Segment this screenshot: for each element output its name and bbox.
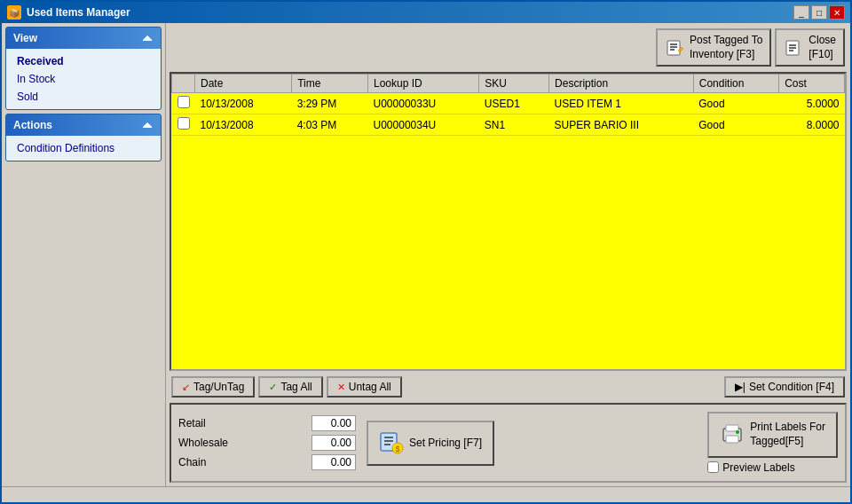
main-content: View ⏶ Received In Stock Sold [2, 23, 850, 486]
row-checkbox-cell[interactable] [172, 93, 195, 114]
actions-collapse-icon: ⏶ [141, 118, 154, 132]
print-icon [720, 421, 745, 449]
toolbar: Post Tagged ToInventory [F3] Close[F10] [170, 27, 847, 68]
col-sku: SKU [479, 75, 549, 93]
row-cost: 5.0000 [779, 93, 845, 114]
col-description: Description [549, 75, 694, 93]
items-table-container: Date Time Lookup ID SKU Description Cond… [170, 72, 847, 371]
row-condition: Good [693, 114, 778, 136]
row-time: 3:29 PM [292, 93, 368, 114]
view-collapse-icon: ⏶ [141, 31, 154, 45]
row-checkbox-cell[interactable] [172, 114, 195, 136]
title-bar-left: 📦 Used Items Manager [7, 5, 130, 20]
window-title: Used Items Manager [27, 6, 130, 19]
set-pricing-button[interactable]: $ Set Pricing [F7] [367, 421, 494, 466]
tag-untag-label: Tag/UnTag [193, 381, 244, 393]
set-condition-arrow-icon: ▶| [735, 381, 746, 393]
sidebar: View ⏶ Received In Stock Sold [2, 23, 166, 486]
table-row: 10/13/2008 3:29 PM U00000033U USED1 USED… [172, 93, 845, 114]
chain-value: 0.00 [312, 454, 356, 470]
right-content: Post Tagged ToInventory [F3] Close[F10] [166, 23, 850, 486]
sidebar-actions-section: Actions ⏶ Condition Definitions [5, 114, 162, 161]
sidebar-actions-header[interactable]: Actions ⏶ [6, 114, 161, 136]
set-condition-button[interactable]: ▶| Set Condition [F4] [724, 376, 845, 398]
svg-point-17 [736, 430, 739, 434]
sidebar-item-received[interactable]: Received [6, 52, 161, 70]
svg-rect-0 [667, 41, 680, 55]
minimize-button[interactable]: _ [793, 5, 809, 20]
title-bar: 📦 Used Items Manager _ □ ✕ [2, 2, 850, 23]
col-time: Time [292, 75, 368, 93]
retail-label: Retail [178, 417, 206, 429]
items-table: Date Time Lookup ID SKU Description Cond… [171, 74, 845, 136]
retail-value: 0.00 [312, 415, 356, 431]
window-close-button[interactable]: ✕ [829, 5, 845, 20]
preview-labels-row: Preview Labels [707, 461, 794, 474]
row-lookup-id: U00000033U [368, 93, 479, 114]
row-description: USED ITEM 1 [549, 93, 694, 114]
row-condition: Good [693, 93, 778, 114]
pricing-section: Retail 0.00 Wholesale 0.00 Chain 0.00 [178, 413, 356, 472]
tag-all-button[interactable]: ✓ Tag All [258, 376, 322, 398]
app-icon: 📦 [7, 5, 21, 20]
col-check [172, 75, 195, 93]
sidebar-item-sold[interactable]: Sold [6, 88, 161, 106]
set-pricing-icon: $ [379, 429, 404, 457]
close-icon [784, 37, 805, 59]
col-condition: Condition [693, 75, 778, 93]
wholesale-row: Wholesale 0.00 [178, 433, 356, 453]
sidebar-view-header[interactable]: View ⏶ [6, 28, 161, 49]
title-bar-controls: _ □ ✕ [793, 5, 845, 20]
print-labels-button[interactable]: Print Labels ForTagged[F5] [707, 412, 838, 457]
row-lookup-id: U00000034U [368, 114, 479, 136]
preview-labels-label: Preview Labels [722, 461, 794, 474]
preview-labels-checkbox[interactable] [707, 461, 719, 473]
set-condition-label: Set Condition [F4] [749, 381, 834, 393]
sidebar-item-instock[interactable]: In Stock [6, 70, 161, 88]
untag-all-label: Untag All [349, 381, 391, 393]
row-date: 10/13/2008 [195, 93, 292, 114]
tag-all-icon: ✓ [269, 382, 277, 393]
main-window: 📦 Used Items Manager _ □ ✕ View ⏶ Receiv… [0, 0, 852, 504]
row-sku: USED1 [479, 93, 549, 114]
wholesale-value: 0.00 [312, 435, 356, 451]
table-actions-left: ↙ Tag/UnTag ✓ Tag All ✕ Untag All [171, 376, 402, 398]
status-bar [2, 486, 850, 502]
chain-label: Chain [178, 456, 206, 469]
close-label: Close[F10] [809, 34, 836, 61]
chain-row: Chain 0.00 [178, 453, 356, 472]
close-button[interactable]: Close[F10] [775, 28, 845, 67]
col-date: Date [195, 75, 292, 93]
post-tagged-label: Post Tagged ToInventory [F3] [690, 34, 762, 61]
untag-all-button[interactable]: ✕ Untag All [327, 376, 402, 398]
table-row: 10/13/2008 4:03 PM U00000034U SN1 SUPER … [172, 114, 845, 136]
post-tagged-button[interactable]: Post Tagged ToInventory [F3] [656, 28, 771, 67]
svg-rect-16 [726, 436, 738, 443]
table-actions-bar: ↙ Tag/UnTag ✓ Tag All ✕ Untag All ▶| Set… [170, 374, 847, 399]
maximize-button[interactable]: □ [811, 5, 827, 20]
svg-text:$: $ [395, 445, 399, 453]
sidebar-view-section: View ⏶ Received In Stock Sold [5, 27, 162, 110]
print-section: Print Labels ForTagged[F5] Preview Label… [707, 412, 838, 473]
row-date: 10/13/2008 [195, 114, 292, 136]
row-cost: 8.0000 [779, 114, 845, 136]
post-tagged-icon [665, 37, 686, 59]
sidebar-view-items: Received In Stock Sold [6, 49, 161, 109]
col-lookup-id: Lookup ID [368, 75, 479, 93]
untag-all-icon: ✕ [337, 382, 345, 393]
row-checkbox-0[interactable] [178, 96, 190, 108]
retail-row: Retail 0.00 [178, 413, 356, 433]
tag-untag-button[interactable]: ↙ Tag/UnTag [171, 376, 255, 398]
tag-untag-icon: ↙ [182, 382, 190, 393]
row-sku: SN1 [479, 114, 549, 136]
col-cost: Cost [779, 75, 845, 93]
sidebar-item-condition-definitions[interactable]: Condition Definitions [6, 139, 161, 157]
tag-all-label: Tag All [280, 381, 312, 393]
wholesale-label: Wholesale [178, 437, 228, 449]
print-labels-label: Print Labels ForTagged[F5] [750, 421, 825, 448]
row-checkbox-1[interactable] [178, 117, 190, 130]
bottom-panel: Retail 0.00 Wholesale 0.00 Chain 0.00 [170, 403, 847, 483]
table-header-row: Date Time Lookup ID SKU Description Cond… [172, 75, 845, 93]
sidebar-action-items: Condition Definitions [6, 136, 161, 161]
row-time: 4:03 PM [292, 114, 368, 136]
